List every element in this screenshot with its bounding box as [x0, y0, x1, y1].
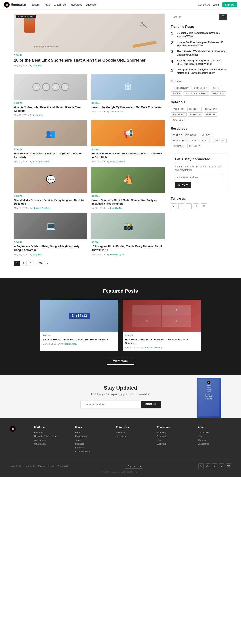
tag-best-of[interactable]: BEST OF / INSPIRATION: [171, 133, 199, 138]
article-category-7[interactable]: SOCIAL: [91, 241, 165, 244]
fcard1-author[interactable]: Michael Bynsley: [61, 342, 77, 345]
footer-privacy[interactable]: Privacy: [38, 465, 45, 467]
trending-item-4[interactable]: 4 How the Instagram Algorithm Works in 2…: [171, 59, 227, 66]
article-author-5[interactable]: Todd Clarke: [110, 207, 122, 209]
footer-leadership[interactable]: Leadership: [198, 443, 231, 445]
tag-resources[interactable]: RESOURCES: [192, 86, 209, 90]
email-icon[interactable]: ✉: [201, 203, 207, 209]
stay-signup-button[interactable]: SIGN UP: [141, 400, 161, 408]
tag-googleplus[interactable]: GOOGLE+: [187, 107, 202, 111]
footer-industries[interactable]: Industries: [116, 435, 149, 438]
newsletter-submit[interactable]: SUBMIT: [175, 182, 191, 188]
article-image-3[interactable]: 📢: [91, 120, 165, 146]
footer-academy[interactable]: Academy: [157, 431, 190, 434]
navbar-logo[interactable]: 🦉 Hootsuite: [4, 2, 26, 8]
article-author-4[interactable]: Christina Newberry: [33, 207, 51, 209]
googleplus-icon[interactable]: G+: [178, 203, 184, 209]
footer-app-directory[interactable]: App Directory: [34, 439, 67, 441]
tag-listicle[interactable]: LISTICLE: [213, 138, 226, 143]
footer-logo[interactable]: 🦉: [10, 426, 26, 432]
footer-compare-plans[interactable]: Compare Plans: [75, 450, 108, 453]
nav-plans[interactable]: Plans: [44, 3, 50, 6]
featured-title[interactable]: 10 of the Best Link Shorteners That Aren…: [14, 58, 165, 63]
article-category-1[interactable]: SOCIAL: [91, 102, 165, 104]
article-image-1[interactable]: 🏛: [91, 74, 165, 100]
footer-features[interactable]: Features: [34, 431, 67, 434]
article-title-4[interactable]: Social Media Customer Service: Everythin…: [14, 198, 87, 206]
tag-youtube[interactable]: YOUTUBE: [171, 118, 185, 122]
article-category-5[interactable]: SOCIAL: [91, 195, 165, 197]
nav-enterprise[interactable]: Enterprise: [54, 3, 66, 6]
page-1[interactable]: 1: [14, 260, 20, 266]
article-title-1[interactable]: How to Use Google My Business to Get Mor…: [91, 106, 165, 109]
footer-edu-resources[interactable]: Resources: [157, 435, 190, 438]
article-image-4[interactable]: 💬: [14, 167, 87, 193]
article-title-7[interactable]: 10 Instagram Photo Editing Trends Every …: [91, 245, 165, 252]
footer-googleplus-icon[interactable]: G+: [205, 464, 210, 469]
article-image-2[interactable]: 👥: [14, 120, 87, 146]
footer-business[interactable]: Business: [75, 443, 108, 445]
tag-hacks[interactable]: HACKS / TIPS / TRICKS: [171, 138, 198, 143]
footer-legal-center[interactable]: Legal Center: [10, 465, 22, 467]
featured-post-image[interactable]: ✂ tape measure decoration FEATURED POST: [14, 14, 165, 52]
tag-social-media-news[interactable]: SOCIAL MEDIA NEWS: [183, 92, 209, 96]
footer-solutions[interactable]: Solutions: [116, 431, 149, 434]
tag-social[interactable]: SOCIAL: [171, 92, 182, 96]
footer-careers[interactable]: Careers: [198, 439, 231, 441]
footer-sitemap[interactable]: Sitemap: [48, 465, 55, 467]
footer-professional[interactable]: Professional: [75, 435, 108, 438]
fcard2-author[interactable]: Christina Newberry: [144, 346, 163, 348]
language-select[interactable]: English: [125, 464, 142, 468]
article-author-2[interactable]: Alice Freetraders: [33, 160, 49, 163]
page-2[interactable]: 2: [21, 260, 27, 266]
tag-instagram[interactable]: INSTAGRAM: [203, 107, 219, 111]
twitter-icon[interactable]: t: [186, 203, 192, 209]
featured-category[interactable]: SOCIAL: [14, 54, 165, 56]
article-image-7[interactable]: 📸: [91, 213, 165, 239]
footer-free[interactable]: Free: [75, 431, 108, 434]
nav-resources[interactable]: Resources: [70, 3, 82, 6]
page-276[interactable]: 276: [38, 260, 43, 266]
view-more-button[interactable]: View More: [107, 357, 134, 365]
article-title-6[interactable]: A Beginner's Guide to Using Google Ads (…: [14, 245, 87, 252]
featured-card-1[interactable]: 14:14:13 SOCIAL 9 Social Media Templates…: [40, 300, 118, 351]
trending-item-3[interactable]: 3 The Ultimate IGTV Guide: How to Create…: [171, 50, 227, 56]
article-author-7[interactable]: Michelle Cyca: [110, 253, 124, 256]
article-image-5[interactable]: 🐴: [91, 167, 165, 193]
article-image-6[interactable]: 💻: [14, 213, 87, 239]
tag-how-to[interactable]: HOW-TO: [200, 138, 212, 143]
tag-podcasts[interactable]: PODCASTS: [171, 144, 186, 148]
trending-item-1[interactable]: 1 9 Social Media Templates to Save You H…: [171, 32, 227, 38]
article-title-5[interactable]: How to Conduct a Social Media Competitiv…: [91, 198, 165, 206]
tag-facebook[interactable]: FACEBOOK: [171, 107, 186, 111]
tag-pinterest[interactable]: PINTEREST: [171, 112, 187, 116]
article-category-4[interactable]: SOCIAL: [14, 195, 87, 197]
footer-help[interactable]: Help: [198, 435, 231, 438]
footer-accessibility[interactable]: Accessibility: [58, 465, 69, 467]
article-image-0[interactable]: 🕐 🕑 🕒 🕓: [14, 74, 87, 100]
footer-contact-us[interactable]: Contact Us: [198, 431, 231, 434]
featured-author[interactable]: Tony Tran: [33, 64, 42, 67]
article-title-2[interactable]: How to Host a Successful Twitter Chat (F…: [14, 152, 87, 159]
nav-education[interactable]: Education: [86, 3, 97, 6]
article-category-3[interactable]: SOCIAL: [91, 148, 165, 150]
linkedin-icon[interactable]: in: [171, 203, 176, 209]
tag-snapchat[interactable]: SNAPCHAT: [188, 112, 203, 116]
article-author-1[interactable]: Cole Schafer: [110, 110, 123, 113]
footer-enterprise[interactable]: Enterprise: [75, 446, 108, 449]
footer-webinars[interactable]: Webinars: [157, 443, 190, 445]
tag-skills[interactable]: SKILLS: [210, 86, 221, 90]
article-category-2[interactable]: SOCIAL: [14, 148, 87, 150]
featured-card-2[interactable]: 2 3 4 SOCIAL How to Use UTM Parameters t…: [123, 300, 201, 351]
footer-team[interactable]: Team: [75, 439, 108, 441]
article-category-0[interactable]: SOCIAL: [14, 102, 87, 104]
article-title-3[interactable]: Employee Advocacy on Social Media: What …: [91, 152, 165, 159]
signup-button[interactable]: Sign Up: [222, 2, 237, 8]
tag-strategy[interactable]: STRATEGY: [211, 92, 226, 96]
article-author-3[interactable]: Shaen Commer: [110, 160, 125, 163]
footer-whats-new[interactable]: What's New: [34, 443, 67, 445]
footer-youtube-icon[interactable]: ▶: [219, 464, 224, 469]
page-3[interactable]: 3: [28, 260, 33, 266]
tag-productivity[interactable]: PRODUCTIVITY: [171, 86, 190, 90]
article-category-6[interactable]: SOCIAL: [14, 241, 87, 244]
